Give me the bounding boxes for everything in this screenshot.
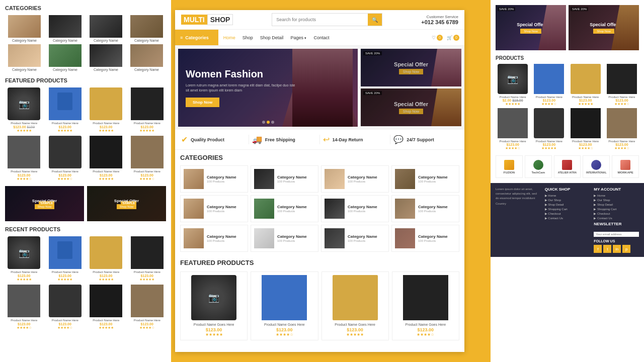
pinterest-button[interactable]: p: [622, 245, 630, 253]
twitter-button[interactable]: t: [603, 245, 611, 253]
logo: MULTI SHOP: [181, 14, 233, 25]
table-row[interactable]: Category Name100 Products: [321, 225, 389, 252]
brand-workape[interactable]: WORKAPE: [612, 155, 639, 178]
list-item[interactable]: Category Name: [127, 15, 166, 42]
brand-international[interactable]: INTERNATIONAL: [583, 155, 610, 178]
list-item[interactable]: Product Name Here $123.00 ★★★★★: [46, 236, 85, 282]
table-row[interactable]: Category Name100 Products: [251, 225, 318, 252]
brand-fuzion[interactable]: FUZION: [496, 155, 523, 178]
dot-3[interactable]: [271, 121, 274, 124]
table-row[interactable]: Category Name100 Products: [180, 165, 248, 193]
list-item[interactable]: Product Name Here $123.00 $159 ★★★★★: [5, 87, 43, 133]
dot-2[interactable]: [267, 121, 270, 124]
nav-pages[interactable]: Pages ▾: [290, 35, 306, 40]
table-row[interactable]: Product Name Goes Here $123.00 ★★★★★: [180, 272, 248, 340]
site-nav: ≡ Categories ▾ Home Shop Shop Detail Pag…: [175, 30, 464, 46]
list-item[interactable]: Product Name Here $123.00 ★★★★★: [5, 236, 43, 282]
facebook-button[interactable]: f: [594, 245, 602, 253]
list-item[interactable]: Product Name Here $123.00 ★★★★☆: [128, 136, 167, 181]
list-item[interactable]: Category Name: [87, 15, 125, 42]
list-item[interactable]: Product Name Here $123.00 ★★★★★: [532, 108, 566, 150]
list-item[interactable]: Product Name Here $123.00 ★★★★☆: [605, 64, 639, 106]
wishlist-button[interactable]: ♡ 0: [432, 35, 443, 41]
list-item[interactable]: Category Name: [87, 44, 125, 71]
hero-shop-button[interactable]: Shop Now: [186, 98, 219, 107]
table-row[interactable]: Category Name100 Products: [180, 225, 248, 252]
list-item[interactable]: Product Name Here $123.00 ★★★★☆: [605, 108, 639, 150]
table-row[interactable]: Category Name100 Products: [321, 165, 389, 193]
footer-link[interactable]: ▶ Our Shop: [545, 198, 590, 202]
left-banner-2[interactable]: SAMPLE Special Offer Shop Now: [87, 186, 166, 221]
list-item[interactable]: Product Name Here $123.00 ★★★★☆: [5, 136, 43, 181]
table-row[interactable]: Category Name100 Products: [251, 195, 318, 222]
nav-shop[interactable]: Shop: [243, 35, 253, 40]
table-row[interactable]: Product Name Goes Here $123.00 ★★★★☆: [251, 272, 318, 340]
footer-link[interactable]: ▶ Shop Detail: [594, 203, 639, 206]
list-item[interactable]: Category Name: [5, 15, 44, 42]
footer-link[interactable]: ▶ Checkout: [545, 212, 590, 215]
table-row[interactable]: Category Name100 Products: [251, 165, 318, 193]
list-item[interactable]: Product Name Here $123.00 ★★★★★: [128, 87, 167, 133]
search-button[interactable]: 🔍: [368, 14, 382, 26]
footer-link[interactable]: ▶ Contact Us: [545, 216, 590, 220]
list-item[interactable]: Product Name Here $123.00 ★★★★★: [87, 236, 125, 282]
list-item[interactable]: Product Name Here $123.00 ★★★★★: [569, 64, 603, 106]
list-item[interactable]: Product Name Here $123.00 ★★★★☆: [128, 285, 167, 330]
table-row[interactable]: Category Name100 Products: [180, 195, 248, 222]
list-item[interactable]: Product Name Here $123.00 ★★★★★: [87, 285, 125, 330]
banner-title: Special Offer: [32, 199, 57, 203]
nav-home[interactable]: Home: [223, 35, 235, 40]
nav-categories-button[interactable]: ≡ Categories ▾: [175, 30, 218, 45]
footer-link[interactable]: ▶ Shopping Cart: [594, 207, 639, 211]
left-categories-title: CATEGORIES: [5, 5, 166, 11]
dot-1[interactable]: [262, 121, 265, 124]
footer-link[interactable]: ▶ Checkout: [594, 212, 639, 215]
list-item[interactable]: Product Name Here $2.00 $19.00 ★★★★★: [496, 64, 530, 106]
table-row[interactable]: Product Name Goes Here $123.00 ★★★★★: [321, 272, 389, 340]
list-item[interactable]: Category Name: [46, 15, 85, 42]
table-row[interactable]: Product Name Goes Here $123.00 ★★★★☆: [392, 272, 459, 340]
table-row[interactable]: Category Name100 Products: [321, 195, 389, 222]
logo-multi: MULTI: [181, 15, 207, 25]
list-item[interactable]: Product Name Here $123.00 ★★★★★: [46, 87, 85, 133]
logo-shop: SHOP: [207, 14, 233, 25]
footer-link[interactable]: ▶ Home: [594, 194, 639, 197]
footer-link[interactable]: ▶ Contact Us: [594, 216, 639, 220]
cart-button[interactable]: 🛒 0: [447, 35, 459, 41]
search-bar: 🔍: [272, 13, 382, 26]
featured-products-grid: Product Name Goes Here $123.00 ★★★★★ Pro…: [175, 272, 464, 340]
list-item[interactable]: Product Name Here $123.00 ★★★★☆: [532, 64, 566, 106]
list-item[interactable]: Product Name Here $123.00 ★★★★☆: [46, 285, 85, 330]
table-row[interactable]: Category Name100 Products: [391, 225, 459, 252]
footer-link[interactable]: ▶ Our Shop: [594, 198, 639, 202]
side-banner-1-badge: SAVE 20%: [363, 51, 382, 55]
right-banner-1-button[interactable]: Shop Now: [520, 29, 541, 34]
newsletter-input[interactable]: [594, 232, 639, 237]
list-item[interactable]: Product Name Here $123.00 ★★★★☆: [46, 136, 85, 181]
list-item[interactable]: Product Name Here $123.00 ★★★★★: [87, 136, 125, 181]
left-banner-row: SAMPLE Special Offer Shop Now SAMPLE Spe…: [5, 186, 166, 221]
nav-contact[interactable]: Contact: [313, 35, 329, 40]
brand-atelier[interactable]: ATELIER IATRA: [554, 155, 581, 178]
footer-link[interactable]: ▶ Shop Detail: [545, 203, 590, 206]
table-row[interactable]: Category Name100 Products: [391, 165, 459, 193]
footer-myaccount-title: MY ACCOUNT: [594, 187, 639, 192]
footer-link[interactable]: ▶ Home: [545, 194, 590, 197]
footer-link[interactable]: ▶ Shopping Cart: [545, 207, 590, 211]
list-item[interactable]: Product Name Here $123.00 ★★★★☆: [496, 108, 530, 150]
brand-techcam[interactable]: TechCam: [525, 155, 552, 178]
right-banner-2-button[interactable]: Shop Now: [593, 29, 614, 34]
table-row[interactable]: Category Name100 Products: [391, 195, 459, 222]
list-item[interactable]: Category Name: [5, 44, 44, 71]
nav-shop-detail[interactable]: Shop Detail: [260, 35, 284, 40]
list-item[interactable]: Product Name Here $123.00 ★★★★★: [87, 87, 125, 133]
list-item[interactable]: Category Name: [127, 44, 166, 71]
list-item[interactable]: Product Name Here $123.00 ★★★★★: [128, 236, 167, 282]
list-item[interactable]: Product Name Here $123.00 ★★★★☆: [569, 108, 603, 150]
list-item[interactable]: Product Name Here $123.00 ★★★★☆: [5, 285, 43, 330]
hero-title: Women Fashion: [186, 68, 296, 80]
search-input[interactable]: [272, 14, 368, 26]
list-item[interactable]: Category Name: [46, 44, 85, 71]
left-banner-1[interactable]: SAMPLE Special Offer Shop Now: [5, 186, 84, 221]
linkedin-button[interactable]: in: [613, 245, 621, 253]
